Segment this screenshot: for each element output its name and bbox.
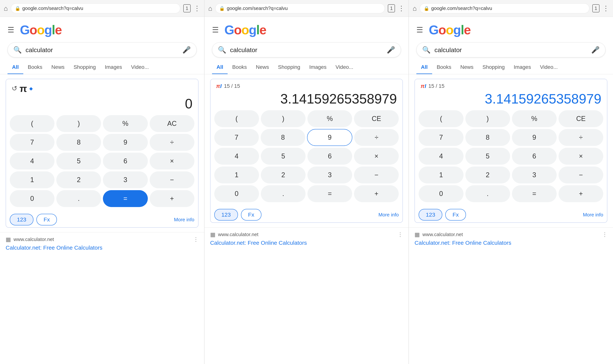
- tab-count[interactable]: 1: [388, 4, 395, 12]
- calc-btn-9[interactable]: 9: [307, 129, 352, 146]
- calc-btn-5[interactable]: 5: [465, 148, 510, 165]
- home-icon[interactable]: ⌂: [208, 4, 212, 12]
- calc-btn-op[interactable]: =: [512, 185, 557, 202]
- calc-btn-op[interactable]: %: [103, 115, 148, 132]
- tab-video...[interactable]: Video...: [126, 61, 153, 74]
- mode-fx-btn[interactable]: Fx: [445, 209, 466, 221]
- calc-btn-op[interactable]: %: [307, 110, 352, 127]
- result-title[interactable]: Calculator.net: Free Online Calculators: [415, 240, 607, 246]
- tab-count[interactable]: 1: [183, 4, 190, 12]
- calc-btn-op[interactable]: ÷: [354, 129, 399, 146]
- calc-btn-op[interactable]: .: [465, 185, 510, 202]
- mode-123-btn[interactable]: 123: [214, 209, 238, 221]
- calc-btn-4[interactable]: 4: [214, 148, 259, 165]
- tab-all[interactable]: All: [416, 61, 432, 74]
- calc-btn-op[interactable]: (: [10, 115, 55, 132]
- calc-btn-3[interactable]: 3: [103, 171, 148, 188]
- calc-btn-8[interactable]: 8: [261, 129, 305, 146]
- calc-btn-op[interactable]: −: [150, 171, 194, 188]
- calc-btn-8[interactable]: 8: [465, 129, 510, 146]
- calc-btn-0[interactable]: 0: [419, 185, 463, 202]
- more-info-link[interactable]: More info: [583, 212, 603, 218]
- calc-btn-op[interactable]: %: [512, 110, 557, 127]
- hamburger-icon[interactable]: ☰: [8, 26, 14, 34]
- url-bar[interactable]: 🔒 google.com/search?q=calvu: [11, 3, 180, 13]
- tab-video...[interactable]: Video...: [331, 61, 358, 74]
- calc-btn-op[interactable]: ): [56, 115, 101, 132]
- calc-btn-op[interactable]: −: [558, 167, 603, 183]
- search-bar[interactable]: 🔍 calculator 🎤: [212, 42, 401, 57]
- calc-btn-op[interactable]: ): [465, 110, 510, 127]
- result-menu-icon[interactable]: ⋮: [602, 231, 607, 238]
- calc-btn-1[interactable]: 1: [214, 167, 259, 183]
- calc-btn-6[interactable]: 6: [103, 153, 148, 169]
- calc-btn-1[interactable]: 1: [419, 167, 463, 183]
- calc-btn-op[interactable]: ÷: [558, 129, 603, 146]
- url-bar[interactable]: 🔒 google.com/search?q=calvu: [215, 3, 385, 13]
- calc-btn-8[interactable]: 8: [56, 134, 101, 151]
- calc-btn-6[interactable]: 6: [307, 148, 352, 165]
- tab-images[interactable]: Images: [100, 61, 126, 74]
- tab-shopping[interactable]: Shopping: [273, 61, 305, 74]
- calc-btn-5[interactable]: 5: [56, 153, 101, 169]
- search-bar[interactable]: 🔍 calculator 🎤: [8, 42, 197, 57]
- calc-btn-2[interactable]: 2: [56, 171, 101, 188]
- mode-123-btn[interactable]: 123: [10, 214, 33, 225]
- calc-btn-9[interactable]: 9: [512, 129, 557, 146]
- result-menu-icon[interactable]: ⋮: [398, 231, 403, 238]
- mode-fx-btn[interactable]: Fx: [36, 214, 57, 225]
- hamburger-icon[interactable]: ☰: [212, 26, 219, 34]
- calc-btn-4[interactable]: 4: [419, 148, 463, 165]
- calc-btn-op[interactable]: +: [354, 185, 399, 202]
- tab-news[interactable]: News: [456, 61, 478, 74]
- calc-btn-op[interactable]: ×: [558, 148, 603, 165]
- calc-btn-op[interactable]: ×: [354, 148, 399, 165]
- mic-icon[interactable]: 🎤: [591, 46, 600, 54]
- history-icon[interactable]: ↺: [12, 85, 17, 92]
- calc-btn-op[interactable]: +: [150, 190, 194, 207]
- result-title[interactable]: Calculator.net: Free Online Calculators: [6, 245, 198, 251]
- more-info-link[interactable]: More info: [174, 217, 194, 223]
- calc-btn-op[interactable]: ): [261, 110, 306, 127]
- more-info-link[interactable]: More info: [378, 212, 399, 218]
- calc-btn-op[interactable]: ÷: [150, 134, 194, 151]
- result-menu-icon[interactable]: ⋮: [193, 236, 198, 243]
- tab-shopping[interactable]: Shopping: [69, 61, 100, 74]
- calc-btn-3[interactable]: 3: [512, 167, 557, 183]
- tab-books[interactable]: Books: [228, 61, 251, 74]
- tab-all[interactable]: All: [212, 61, 228, 74]
- tab-books[interactable]: Books: [23, 61, 47, 74]
- calc-btn-7[interactable]: 7: [10, 134, 55, 151]
- mode-123-btn[interactable]: 123: [419, 209, 442, 221]
- tab-shopping[interactable]: Shopping: [478, 61, 509, 74]
- calc-btn-op[interactable]: (: [419, 110, 463, 127]
- tab-count[interactable]: 1: [592, 4, 599, 12]
- calc-btn-AC[interactable]: AC: [150, 115, 194, 132]
- mic-icon[interactable]: 🎤: [387, 46, 395, 54]
- calc-btn-op[interactable]: =: [307, 185, 352, 202]
- calc-btn-4[interactable]: 4: [10, 153, 55, 169]
- calc-btn-CE[interactable]: CE: [354, 110, 399, 127]
- calc-btn-op[interactable]: +: [558, 185, 603, 202]
- result-title[interactable]: Calculator.net: Free Online Calculators: [210, 240, 403, 246]
- home-icon[interactable]: ⌂: [4, 4, 8, 12]
- url-bar[interactable]: 🔒 google.com/search?q=calvu: [420, 3, 589, 13]
- calc-btn-5[interactable]: 5: [261, 148, 306, 165]
- tab-books[interactable]: Books: [432, 61, 456, 74]
- calc-btn-op[interactable]: .: [261, 185, 306, 202]
- tab-news[interactable]: News: [47, 61, 69, 74]
- calc-btn-op[interactable]: (: [214, 110, 259, 127]
- calc-btn-7[interactable]: 7: [419, 129, 463, 146]
- tab-images[interactable]: Images: [305, 61, 331, 74]
- search-bar[interactable]: 🔍 calculator 🎤: [416, 42, 605, 57]
- mode-fx-btn[interactable]: Fx: [241, 209, 261, 221]
- calc-btn-op[interactable]: ×: [150, 153, 194, 169]
- calc-btn-2[interactable]: 2: [465, 167, 510, 183]
- calc-btn-op[interactable]: .: [56, 190, 101, 207]
- home-icon[interactable]: ⌂: [413, 4, 417, 12]
- mic-icon[interactable]: 🎤: [182, 46, 191, 54]
- calc-btn-2[interactable]: 2: [261, 167, 306, 183]
- calc-btn-3[interactable]: 3: [307, 167, 352, 183]
- calc-btn-6[interactable]: 6: [512, 148, 557, 165]
- calc-btn-0[interactable]: 0: [10, 190, 55, 207]
